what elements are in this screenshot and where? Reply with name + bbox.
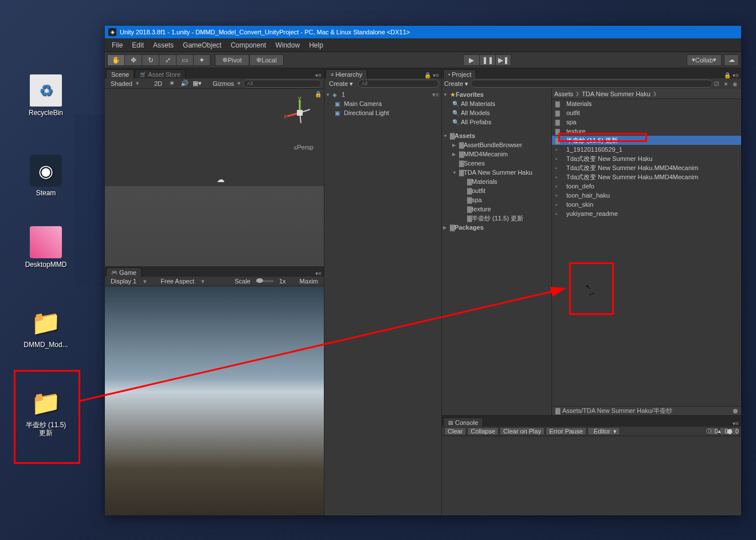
project-asset-row[interactable]: ▇半壶纱 (11.5) 更新 [552,136,741,145]
project-tree-item[interactable]: ▶▇AssetBundleBrowser [442,140,551,149]
hierarchy-create-dropdown[interactable]: Create ▾ [327,80,355,88]
project-folder-tree[interactable]: ▼★ Favorites 🔍All Materials 🔍All Models … [442,89,552,415]
desktop-recycle-bin[interactable]: RecycleBin [23,74,69,117]
assets-header[interactable]: ▼▇ Assets [442,131,551,140]
filter-icon[interactable]: ⚂ [712,80,720,88]
project-tree-item[interactable]: ▼▇TDA New Summer Haku [442,168,551,177]
console-editor-dropdown[interactable]: Editor ▾ [587,427,620,435]
desktop-folder-dmmd-mod[interactable]: DMMD_Mod... [23,306,69,349]
favorite-item[interactable]: 🔍All Materials [442,99,551,108]
project-asset-row[interactable]: ▇Materials [552,99,741,108]
unified-tool[interactable]: ✦ [193,54,210,66]
hidden-icon[interactable]: ◉ [731,80,739,88]
collab-button[interactable]: ▾ Collab ▾ [687,54,722,66]
local-button[interactable]: ⊕ Local [249,54,284,66]
project-search[interactable] [471,80,712,88]
pivot-button[interactable]: ⊕ Pivot [215,54,249,66]
hierarchy-scene-row[interactable]: ▼◈ 1 ▾≡ [324,90,441,99]
breadcrumb-item[interactable]: Assets [554,90,573,97]
project-asset-list[interactable]: ▇Materials▇outfit▇spa▇texture▇半壶纱 (11.5)… [552,99,741,406]
aspect-dropdown[interactable]: Free Aspect [157,278,198,285]
desktop-dmmd-app[interactable]: DesktopMMD [23,226,69,269]
hand-tool[interactable]: ✋ [107,54,124,66]
cloud-button[interactable]: ☁ [724,54,739,66]
hierarchy-item[interactable]: ▣ Directional Light [324,108,441,117]
project-asset-row[interactable]: ▫toon_hair_haku [552,191,741,200]
project-create-dropdown[interactable]: Create ▾ [444,80,468,88]
project-asset-row[interactable]: ▫toon_skin [552,200,741,209]
project-asset-row[interactable]: ▇outfit [552,108,741,117]
hierarchy-tree[interactable]: ▼◈ 1 ▾≡ ▣ Main Camera ▣ Directional Ligh… [324,89,441,515]
game-view[interactable] [105,286,324,515]
play-button[interactable]: ▶ [463,54,479,66]
maximize-label[interactable]: Maxim [296,278,322,285]
tab-game[interactable]: 🎮Game [106,267,142,277]
window-titlebar[interactable]: ◈ Unity 2018.3.8f1 - 1.unity - DMMD_Mode… [105,26,741,38]
audio-icon[interactable]: 🔊 [178,80,191,88]
console-body[interactable] [442,436,741,515]
rotate-tool[interactable]: ↻ [142,54,159,66]
menu-window[interactable]: Window [271,41,304,49]
zoom-slider[interactable] [733,409,738,413]
scene-menu-icon[interactable]: ▾≡ [432,91,441,98]
project-asset-row[interactable]: ▫1_191201160529_1 [552,145,741,154]
pause-button[interactable]: ❚❚ [479,54,495,66]
scale-slider[interactable] [256,280,273,282]
packages-header[interactable]: ▶▇ Packages [442,223,551,232]
project-asset-row[interactable]: ▫toon_defo [552,182,741,191]
panel-options-icon[interactable]: ▾≡ [313,72,324,78]
panel-options-icon[interactable]: ▾≡ [313,270,324,277]
scene-search[interactable] [243,80,322,88]
scale-tool[interactable]: ⤢ [159,54,176,66]
tab-console[interactable]: ▤Console [443,417,483,427]
save-search-icon[interactable]: ★ [722,80,730,88]
project-asset-row[interactable]: ▇spa [552,117,741,127]
project-tree-item[interactable]: ▶▇MMD4Mecanim [442,149,551,159]
project-asset-row[interactable]: ▫Tda式改变 New Summer Haku.MMD4Mecanim [552,163,741,172]
panel-options-icon[interactable]: 🔒 ▾≡ [422,72,441,78]
step-button[interactable]: ▶❚ [495,54,511,66]
tab-scene[interactable]: Scene [106,69,134,78]
move-tool[interactable]: ✥ [124,54,142,66]
display-dropdown[interactable]: Display 1 [107,278,140,285]
console-clear-on-play-button[interactable]: Clear on Play [500,427,545,435]
shading-mode-dropdown[interactable]: Shaded [107,80,136,87]
menu-component[interactable]: Component [226,41,271,49]
project-tree-item[interactable]: ▇outfit [442,186,551,195]
project-asset-row[interactable]: ▫yukiyame_readme [552,209,741,218]
menu-edit[interactable]: Edit [127,41,148,49]
console-clear-button[interactable]: Clear [444,427,466,435]
console-collapse-button[interactable]: Collapse [467,427,499,435]
desktop-folder-update[interactable]: 半壶纱 (11.5) 更新 [23,387,69,437]
panel-options-icon[interactable]: ▾≡ [730,420,741,427]
favorite-item[interactable]: 🔍All Prefabs [442,117,551,127]
orientation-gizmo[interactable]: y x [283,96,317,130]
desktop-steam[interactable]: Steam [23,155,69,197]
project-tree-item[interactable]: ▇spa [442,195,551,204]
lighting-icon[interactable]: ☀ [166,80,178,88]
console-error-pause-button[interactable]: Error Pause [546,427,586,435]
tab-hierarchy[interactable]: ≡Hierarchy [326,69,367,78]
menu-gameobject[interactable]: GameObject [178,41,226,49]
project-tree-item[interactable]: ▇半壶纱 (11.5) 更新 [442,214,551,223]
error-count-badge[interactable]: ⬤0 [730,427,739,435]
menu-help[interactable]: Help [304,41,328,49]
favorites-header[interactable]: ▼★ Favorites [442,90,551,99]
project-tree-item[interactable]: ▇Scenes [442,159,551,168]
tab-project[interactable]: ▪Project [443,69,476,78]
project-asset-row[interactable]: ▫Tda式改变 New Summer Haku [552,154,741,163]
menu-assets[interactable]: Assets [148,41,178,49]
project-asset-row[interactable]: ▇texture [552,127,741,136]
project-tree-item[interactable]: ▇texture [442,204,551,214]
favorite-item[interactable]: 🔍All Models [442,108,551,117]
breadcrumb-item[interactable]: TDA New Summer Haku [582,90,651,97]
panel-options-icon[interactable]: 🔒 ▾≡ [722,72,741,78]
rect-tool[interactable]: ▭ [176,54,193,66]
2d-toggle[interactable]: 2D [151,80,166,87]
gizmos-dropdown[interactable]: Gizmos [209,80,237,87]
persp-label[interactable]: ≤Persp [294,144,314,151]
scene-view[interactable]: 🔒 y x ≤Persp ☁ [105,89,324,266]
hierarchy-search[interactable] [358,80,439,88]
tab-asset-store[interactable]: 🛒Asset Store [135,69,186,78]
hierarchy-item[interactable]: ▣ Main Camera [324,99,441,108]
